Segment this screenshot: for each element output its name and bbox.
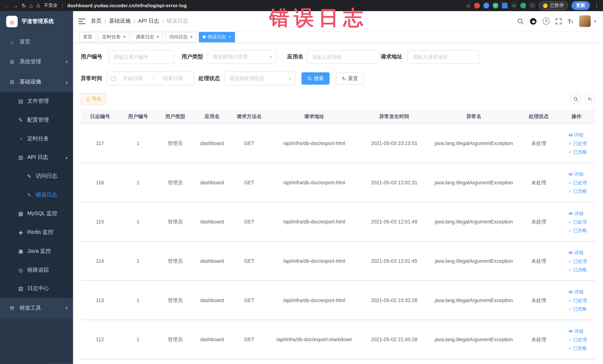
sidebar-item-access-log[interactable]: ✎ 访问日志	[0, 167, 73, 186]
paused-extension-button[interactable]: 已暂停	[539, 1, 568, 10]
toggle-search-button[interactable]	[570, 94, 581, 104]
extension-icon-leaf[interactable]	[520, 3, 526, 9]
user-type-select[interactable]: 请选择用户类型 ▾	[208, 50, 276, 64]
action-detail-link[interactable]: 详细	[557, 170, 595, 178]
sidebar-item-label: 系统管理	[20, 59, 41, 65]
sidebar-item-config-manage[interactable]: ✎ 配置管理	[0, 111, 73, 129]
action-ignore-link[interactable]: ✓已忽略	[557, 344, 595, 352]
chevron-down-icon: ▾	[66, 59, 68, 65]
close-icon[interactable]: ×	[228, 35, 231, 39]
end-date-placeholder[interactable]: 结束日期	[156, 75, 190, 82]
sidebar-logo[interactable]: 芋道管理系统	[0, 11, 73, 32]
extension-icon-on[interactable]: on	[511, 3, 517, 9]
breadcrumb-api-log[interactable]: API 日志	[138, 18, 159, 24]
action-ignore-link[interactable]: ✓已忽略	[557, 187, 595, 195]
sidebar-item-trace[interactable]: ◎ 链路追踪	[0, 260, 73, 279]
action-detail-link[interactable]: 详细	[557, 130, 595, 139]
close-icon[interactable]: ×	[190, 35, 193, 39]
extension-icon-blue-drop[interactable]	[483, 3, 489, 9]
reset-button[interactable]: ↻ 重置	[336, 72, 364, 84]
export-button[interactable]: 导出	[81, 93, 106, 105]
action-processed-link[interactable]: ✓已处理	[557, 296, 595, 305]
close-icon[interactable]: ×	[156, 35, 159, 39]
sidebar-item-file-manage[interactable]: ▤ 文件管理	[0, 92, 73, 111]
cell-id: 113	[81, 281, 119, 320]
start-date-placeholder[interactable]: 开始日期	[116, 75, 150, 82]
action-processed-link[interactable]: ✓已处理	[557, 257, 595, 265]
browser-menu-icon[interactable]: ⋮	[594, 3, 599, 9]
sidebar-item-java-monitor[interactable]: ▣ Java 监控	[0, 242, 73, 260]
sidebar-item-error-log[interactable]: ✎ 错误日志	[0, 186, 73, 204]
action-processed-link[interactable]: ✓已处理	[557, 178, 595, 187]
action-label: 已处理	[573, 218, 587, 226]
cell-app: dashboard	[194, 320, 231, 359]
refresh-button[interactable]: ↻	[584, 94, 595, 104]
request-url-input[interactable]	[408, 50, 479, 64]
action-ignore-link[interactable]: ✓已忽略	[557, 265, 595, 274]
action-detail-link[interactable]: 详细	[557, 327, 595, 335]
action-ignore-link[interactable]: ✓已忽略	[557, 148, 595, 156]
action-processed-link[interactable]: ✓已处理	[557, 335, 595, 344]
cell-id: 116	[81, 163, 119, 202]
cell-exception: java.lang.IllegalArgumentException	[428, 202, 520, 241]
search-button[interactable]: 搜索	[302, 72, 329, 84]
action-ignore-link[interactable]: ✓已忽略	[557, 226, 595, 235]
sidebar-item-redis-monitor[interactable]: ◈ Redis 监控	[0, 223, 73, 242]
sidebar-item-mysql-monitor[interactable]: ▦ MySQL 监控	[0, 204, 73, 223]
tab-error-log[interactable]: 错误日志 ×	[199, 32, 235, 42]
action-processed-link[interactable]: ✓已处理	[557, 139, 595, 148]
browser-update-button[interactable]: 更新	[571, 1, 590, 10]
tab-schedule-log[interactable]: 调度日志 ×	[132, 32, 163, 42]
tab-access-log[interactable]: 访问日志 ×	[165, 32, 197, 42]
fullscreen-icon[interactable]	[555, 18, 562, 24]
font-size-icon[interactable]: TT	[568, 18, 573, 24]
close-icon[interactable]: ×	[123, 35, 126, 39]
search-icon[interactable]	[517, 18, 524, 24]
sidebar-item-log-center[interactable]: ▧ 日志中心	[0, 279, 73, 298]
trace-icon: ◎	[17, 267, 24, 273]
sidebar-item-infra[interactable]: ⊞ 基础设施 ▴	[0, 72, 73, 92]
sidebar-item-label: 文件管理	[27, 98, 49, 105]
security-label[interactable]: 不安全	[44, 2, 58, 9]
breadcrumb-home[interactable]: 首页	[91, 18, 102, 24]
hamburger-icon[interactable]	[78, 18, 85, 24]
caret-down-icon[interactable]: ▾	[594, 19, 596, 23]
cell-actions: 详细✓已处理✓已忽略	[557, 124, 595, 163]
action-processed-link[interactable]: ✓已处理	[557, 218, 595, 226]
breadcrumb-infra[interactable]: 基础设施	[109, 18, 130, 24]
sidebar-item-system[interactable]: ⚙ 系统管理 ▾	[0, 52, 73, 72]
back-icon[interactable]: ←	[4, 3, 9, 8]
address-bar-url[interactable]: dashboard.yudao.iocoder.cn/infra/log/api…	[67, 3, 187, 8]
tab-scheduled-tasks[interactable]: 定时任务 ×	[98, 32, 129, 42]
sidebar-item-api-logs[interactable]: ▥ API 日志 ▴	[0, 148, 73, 167]
sidebar-item-devtools[interactable]: ⚒ 研发工具 ▾	[0, 298, 73, 318]
help-icon[interactable]: ?	[543, 18, 550, 24]
reload-icon[interactable]: ↻	[22, 3, 26, 8]
user-id-input[interactable]	[108, 50, 174, 64]
github-icon[interactable]	[530, 17, 537, 25]
col-exception-name: 异常名	[428, 110, 520, 124]
extension-icon-vue[interactable]: V	[493, 3, 499, 9]
action-detail-link[interactable]: 详细	[557, 209, 595, 218]
avatar[interactable]	[579, 15, 591, 27]
cell-status: 未处理	[520, 320, 557, 359]
tab-home[interactable]: 首页	[79, 32, 96, 42]
extension-icon-red[interactable]	[474, 3, 480, 9]
sidebar-item-label: 链路追踪	[27, 267, 49, 273]
sidebar-item-scheduled-tasks[interactable]: ◔ 定时任务	[0, 129, 73, 148]
action-detail-link[interactable]: 详细	[557, 248, 595, 257]
app-name-input[interactable]	[307, 50, 379, 64]
sidebar-item-label: 访问日志	[36, 173, 57, 180]
exception-time-range-picker[interactable]: 开始日期 ~ 结束日期	[107, 71, 194, 85]
action-label: 已忽略	[573, 148, 587, 156]
browser-home-icon[interactable]: ⌂	[29, 3, 33, 8]
extension-icon-dark[interactable]	[530, 3, 535, 9]
bookmark-star-icon[interactable]: ☆	[466, 3, 471, 8]
forward-icon[interactable]: →	[13, 3, 18, 8]
action-ignore-link[interactable]: ✓已忽略	[557, 305, 595, 313]
sidebar-item-home[interactable]: ⌂ 首页	[0, 32, 73, 52]
action-detail-link[interactable]: 详细	[557, 288, 595, 296]
extension-icon-grid[interactable]	[502, 3, 508, 9]
process-status-select[interactable]: 请选择处理状态 ▾	[224, 71, 295, 85]
cell-user-id: 1	[119, 241, 157, 281]
